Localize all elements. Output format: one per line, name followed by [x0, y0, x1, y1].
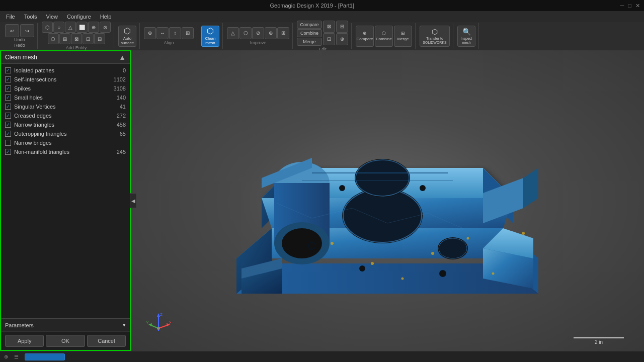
close-btn[interactable]: ✕ [635, 3, 640, 9]
tb-btn-1[interactable]: ⬡ [42, 22, 53, 33]
edit-btn-a[interactable]: ⊠ [323, 21, 335, 33]
ok-button[interactable]: OK [46, 335, 85, 347]
menu-tools[interactable]: Tools [20, 13, 41, 21]
menu-view[interactable]: View [42, 13, 62, 21]
align-btn-2[interactable]: ↔ [156, 27, 169, 39]
tb-btn-2[interactable]: ○ [53, 22, 64, 33]
cut-button[interactable]: Merge [297, 38, 322, 46]
check-item-narrow-triangles: Narrow triangles 458 [1, 120, 130, 129]
value-singular-vertices: 41 [120, 104, 126, 110]
toolbar: Undo Redo ⬡ ○ △ ⬜ ⊕ ⊘ ⬡ ⊞ ⊠ ⊡ ⊟ add-enti… [0, 22, 644, 50]
merge-icon: ⊞ [401, 31, 405, 36]
menu-help[interactable]: Help [96, 13, 116, 21]
edit-btn-c[interactable]: ⊟ [336, 21, 348, 33]
checkbox-narrow-bridges[interactable] [5, 140, 11, 146]
label-outcropping-triangles: Outcropping triangles [14, 131, 67, 137]
tb-btn-6[interactable]: ⊘ [100, 22, 111, 33]
checkbox-creased-edges[interactable] [5, 113, 11, 119]
svg-point-15 [282, 228, 322, 258]
checkbox-singular-vertices[interactable] [5, 104, 11, 110]
svg-marker-56 [148, 323, 152, 326]
toolbar-group-inspect: 🔍 Inspectmesh [454, 23, 479, 49]
status-list-icon[interactable]: ☰ [14, 354, 19, 359]
improve-btn-5[interactable]: ⊞ [277, 27, 289, 39]
menu-configure[interactable]: Configure [63, 13, 95, 21]
delete-button[interactable]: Compare [297, 21, 322, 29]
auto-surface-button[interactable]: ⬡ Autosurface [118, 26, 136, 47]
improve-btn-3[interactable]: ⊘ [252, 27, 264, 39]
checkbox-outcropping-triangles[interactable] [5, 131, 11, 137]
checkbox-small-holes[interactable] [5, 95, 11, 101]
status-select-icon[interactable]: ⊕ [4, 354, 8, 359]
svg-text:Z: Z [160, 312, 163, 317]
compare-button[interactable]: ⊕ Compare [356, 26, 374, 47]
align-btn-4[interactable]: ⊞ [182, 27, 194, 39]
svg-point-30 [421, 186, 425, 191]
svg-marker-18 [523, 168, 538, 208]
checkbox-narrow-triangles[interactable] [5, 122, 11, 128]
progress-bar [25, 353, 65, 360]
toolbar-group-improve: △ ⬡ ⊘ ⊕ ⊞ Improve [224, 23, 293, 49]
align-btn-1[interactable]: ⊕ [144, 27, 156, 39]
improve-label: Improve [250, 40, 267, 45]
tb-btn-7[interactable]: ⬡ [48, 33, 59, 44]
value-self-intersections: 1102 [114, 76, 126, 82]
menu-file[interactable]: File [2, 13, 19, 21]
minimize-btn[interactable]: ─ [620, 3, 624, 9]
tb-btn-9[interactable]: ⊠ [71, 33, 82, 44]
inspect-mesh-button[interactable]: 🔍 Inspectmesh [457, 26, 475, 47]
check-item-outcropping-triangles: Outcropping triangles 65 [1, 129, 130, 138]
align-btn-3[interactable]: ↕ [169, 27, 181, 39]
maximize-btn[interactable]: □ [628, 3, 631, 9]
panel-title: Clean mesh [5, 54, 37, 61]
transfer-solidworks-button[interactable]: ⬡ Transfer toSOLIDWORKS [420, 26, 450, 47]
checkbox-self-intersections[interactable] [5, 76, 11, 82]
parameters-section: Parameters [1, 318, 130, 331]
check-list: Isolated patches 0 Self-intersections 11… [1, 64, 130, 318]
apply-button[interactable]: Apply [5, 335, 44, 347]
check-item-small-holes: Small holes 140 [1, 93, 130, 102]
improve-btn-1[interactable]: △ [227, 27, 239, 39]
tb-btn-11[interactable]: ⊟ [94, 33, 105, 44]
improve-btn-4[interactable]: ⊕ [265, 27, 277, 39]
inspect-label: Inspectmesh [461, 37, 472, 44]
svg-point-11 [356, 160, 409, 196]
tb-btn-3[interactable]: △ [65, 22, 76, 33]
parameters-chevron-icon [123, 322, 126, 328]
redo-button[interactable] [20, 24, 34, 37]
redo-label: Redo [13, 43, 26, 48]
improve-btn-2[interactable]: ⬡ [239, 27, 252, 39]
check-item-narrow-bridges: Narrow bridges [1, 138, 130, 147]
edit-btn-b[interactable]: ⊡ [323, 33, 335, 45]
parameters-header[interactable]: Parameters [5, 322, 126, 328]
tb-btn-5[interactable]: ⊕ [88, 22, 99, 33]
checkbox-spikes[interactable] [5, 85, 11, 92]
tb-btn-10[interactable]: ⊡ [83, 33, 94, 44]
tb-btn-4[interactable]: ⬜ [76, 22, 88, 33]
toolbar-group-compare: ⊕ Compare ⬡ Combine ⊞ Merge [353, 23, 416, 49]
clean-mesh-button[interactable]: ⬡ Cleanmesh [201, 26, 219, 47]
inspect-icon: 🔍 [462, 28, 471, 36]
panel-close-button[interactable]: ▲ [119, 53, 126, 61]
parameters-label: Parameters [5, 322, 34, 328]
label-isolated-patches: Isolated patches [14, 67, 54, 73]
merge-label: Merge [397, 37, 409, 41]
copy-button[interactable]: Combine [297, 29, 322, 37]
label-narrow-triangles: Narrow triangles [14, 122, 54, 128]
undo-button[interactable] [5, 24, 19, 37]
merge-button[interactable]: ⊞ Merge [394, 26, 412, 47]
tb-btn-8[interactable]: ⊞ [59, 33, 70, 44]
scale-bar: 2 in [574, 337, 624, 345]
checkbox-non-manifold[interactable] [5, 149, 11, 155]
panel-collapse-button[interactable]: ◀ [130, 193, 137, 208]
3d-viewport[interactable]: Z X Y 2 in [131, 50, 644, 351]
combine-button[interactable]: ⬡ Combine [375, 26, 393, 47]
edit-btn-d[interactable]: ⊕ [336, 33, 348, 45]
value-creased-edges: 272 [117, 113, 126, 119]
checkbox-isolated-patches[interactable] [5, 67, 11, 73]
cancel-button[interactable]: Cancel [87, 335, 126, 347]
toolbar-group-solidworks: ⬡ Transfer toSOLIDWORKS [417, 23, 453, 49]
toolbar-group-undoredo: Undo Redo [2, 23, 38, 49]
align-label: Align [164, 40, 174, 45]
toolbar-group-surface: ⬡ Autosurface [115, 23, 140, 49]
